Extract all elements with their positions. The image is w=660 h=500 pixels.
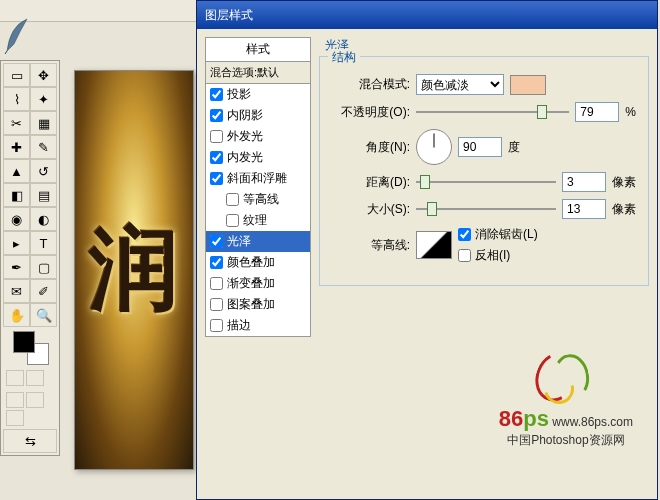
angle-unit: 度 — [508, 139, 520, 156]
style-checkbox[interactable] — [210, 130, 223, 143]
style-label: 颜色叠加 — [227, 254, 275, 271]
style-item-9[interactable]: 渐变叠加 — [206, 273, 310, 294]
blend-mode-select[interactable]: 颜色减淡 — [416, 74, 504, 95]
zoom-tool[interactable]: 🔍 — [30, 303, 57, 327]
distance-label: 距离(D): — [332, 174, 410, 191]
style-item-3[interactable]: 内发光 — [206, 147, 310, 168]
style-item-4[interactable]: 斜面和浮雕 — [206, 168, 310, 189]
hand-tool[interactable]: ✋ — [3, 303, 30, 327]
dodge-tool[interactable]: ◐ — [30, 207, 57, 231]
dialog-titlebar[interactable]: 图层样式 — [197, 1, 657, 29]
style-item-7[interactable]: 光泽 — [206, 231, 310, 252]
distance-input[interactable] — [562, 172, 606, 192]
size-label: 大小(S): — [332, 201, 410, 218]
style-item-8[interactable]: 颜色叠加 — [206, 252, 310, 273]
toolbox: ▭✥ ⌇✦ ✂▦ ✚✎ ▲↺ ◧▤ ◉◐ ▸T ✒▢ ✉✐ ✋🔍 ⇆ — [0, 60, 60, 456]
style-label: 纹理 — [243, 212, 267, 229]
style-checkbox[interactable] — [226, 214, 239, 227]
stamp-tool[interactable]: ▲ — [3, 159, 30, 183]
shape-tool[interactable]: ▢ — [30, 255, 57, 279]
foreground-color[interactable] — [13, 331, 35, 353]
style-item-1[interactable]: 内阴影 — [206, 105, 310, 126]
size-slider[interactable] — [416, 200, 556, 218]
opacity-unit: % — [625, 105, 636, 119]
pen-tool[interactable]: ✒ — [3, 255, 30, 279]
distance-unit: 像素 — [612, 174, 636, 191]
screen-mode-2[interactable] — [26, 392, 44, 408]
style-checkbox[interactable] — [210, 172, 223, 185]
screen-modes — [3, 367, 57, 389]
styles-list-panel: 样式 混合选项:默认 投影内阴影外发光内发光斜面和浮雕等高线纹理光泽颜色叠加渐变… — [205, 37, 311, 491]
path-tool[interactable]: ▸ — [3, 231, 30, 255]
blend-options-row[interactable]: 混合选项:默认 — [205, 62, 311, 84]
gradient-tool[interactable]: ▤ — [30, 183, 57, 207]
angle-input[interactable] — [458, 137, 502, 157]
style-settings-panel: 光泽 结构 混合模式: 颜色减淡 不透明度(O): % — [319, 37, 649, 491]
slice-tool[interactable]: ▦ — [30, 111, 57, 135]
type-tool[interactable]: T — [30, 231, 57, 255]
angle-label: 角度(N): — [332, 139, 410, 156]
lasso-tool[interactable]: ⌇ — [3, 87, 30, 111]
style-checkbox[interactable] — [210, 256, 223, 269]
marquee-tool[interactable]: ▭ — [3, 63, 30, 87]
style-label: 内阴影 — [227, 107, 263, 124]
history-brush-tool[interactable]: ↺ — [30, 159, 57, 183]
style-item-0[interactable]: 投影 — [206, 84, 310, 105]
blur-tool[interactable]: ◉ — [3, 207, 30, 231]
opacity-label: 不透明度(O): — [332, 104, 410, 121]
screen-mode-1[interactable] — [6, 392, 24, 408]
style-checkbox[interactable] — [210, 151, 223, 164]
screen-mode-3[interactable] — [6, 410, 24, 426]
heal-tool[interactable]: ✚ — [3, 135, 30, 159]
contour-picker[interactable] — [416, 231, 452, 259]
brush-tool[interactable]: ✎ — [30, 135, 57, 159]
style-checkbox[interactable] — [210, 88, 223, 101]
style-item-6[interactable]: 纹理 — [206, 210, 310, 231]
standard-mode[interactable] — [6, 370, 24, 386]
jump-to-imageready[interactable]: ⇆ — [3, 429, 57, 453]
blend-mode-label: 混合模式: — [332, 76, 410, 93]
dialog-title: 图层样式 — [205, 7, 253, 24]
antialias-checkbox[interactable]: 消除锯齿(L) — [458, 226, 538, 243]
invert-checkbox[interactable]: 反相(I) — [458, 247, 538, 264]
crop-tool[interactable]: ✂ — [3, 111, 30, 135]
artwork-text: 润 — [89, 209, 179, 331]
style-checkbox[interactable] — [210, 277, 223, 290]
size-input[interactable] — [562, 199, 606, 219]
style-checkbox[interactable] — [210, 109, 223, 122]
watermark: 86ps www.86ps.com 中国Photoshop资源网 — [499, 352, 633, 449]
color-swatches[interactable] — [3, 327, 57, 367]
style-label: 图案叠加 — [227, 296, 275, 313]
wand-tool[interactable]: ✦ — [30, 87, 57, 111]
style-label: 等高线 — [243, 191, 279, 208]
distance-slider[interactable] — [416, 173, 556, 191]
fieldset-legend: 结构 — [328, 49, 360, 66]
style-checkbox[interactable] — [226, 193, 239, 206]
style-label: 外发光 — [227, 128, 263, 145]
move-tool[interactable]: ✥ — [30, 63, 57, 87]
styles-header[interactable]: 样式 — [205, 37, 311, 62]
eraser-tool[interactable]: ◧ — [3, 183, 30, 207]
app-logo-feather — [2, 16, 32, 56]
section-title: 光泽 — [319, 37, 649, 54]
angle-dial[interactable] — [416, 129, 452, 165]
style-checkbox[interactable] — [210, 235, 223, 248]
style-label: 描边 — [227, 317, 251, 334]
style-label: 内发光 — [227, 149, 263, 166]
notes-tool[interactable]: ✉ — [3, 279, 30, 303]
style-item-5[interactable]: 等高线 — [206, 189, 310, 210]
quickmask-mode[interactable] — [26, 370, 44, 386]
style-label: 投影 — [227, 86, 251, 103]
layer-style-dialog: 图层样式 样式 混合选项:默认 投影内阴影外发光内发光斜面和浮雕等高线纹理光泽颜… — [196, 0, 658, 500]
style-item-11[interactable]: 描边 — [206, 315, 310, 336]
opacity-slider[interactable] — [416, 103, 569, 121]
contour-label: 等高线: — [332, 237, 410, 254]
eyedropper-tool[interactable]: ✐ — [30, 279, 57, 303]
style-checkbox[interactable] — [210, 319, 223, 332]
structure-fieldset: 结构 混合模式: 颜色减淡 不透明度(O): % 角度(N): — [319, 56, 649, 286]
color-swatch[interactable] — [510, 75, 546, 95]
opacity-input[interactable] — [575, 102, 619, 122]
style-checkbox[interactable] — [210, 298, 223, 311]
style-item-2[interactable]: 外发光 — [206, 126, 310, 147]
style-item-10[interactable]: 图案叠加 — [206, 294, 310, 315]
